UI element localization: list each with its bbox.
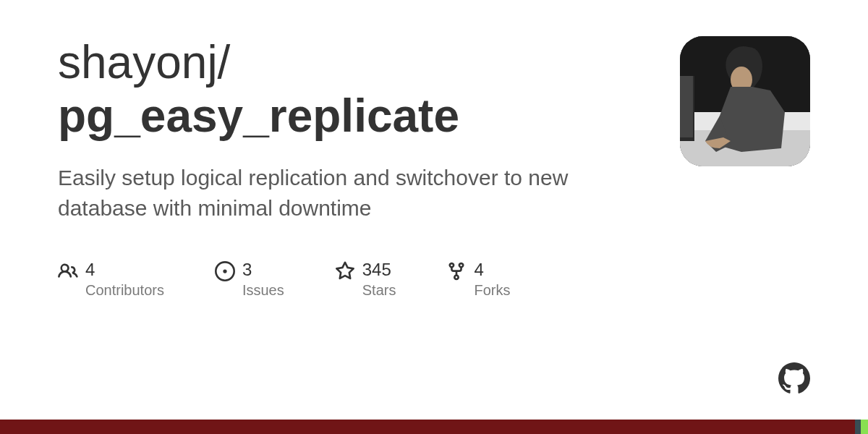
language-segment: [855, 420, 861, 434]
repo-card: shayonj/ pg_easy_replicate Easily setup …: [0, 0, 868, 299]
people-icon: [58, 261, 78, 281]
contributors-count: 4: [85, 260, 164, 281]
avatar[interactable]: [680, 36, 810, 166]
stars-label: Stars: [362, 282, 396, 299]
repo-title[interactable]: shayonj/ pg_easy_replicate: [58, 36, 637, 142]
stats-row: 4 Contributors 3 Issues 345: [58, 260, 637, 299]
github-logo-icon[interactable]: [778, 362, 810, 394]
fork-icon: [446, 261, 467, 281]
content-left: shayonj/ pg_easy_replicate Easily setup …: [58, 36, 637, 299]
stars-count: 345: [362, 260, 396, 281]
language-segment: [861, 420, 868, 434]
issues-count: 3: [242, 260, 284, 281]
stars-stat[interactable]: 345 Stars: [335, 260, 396, 299]
contributors-label: Contributors: [85, 282, 164, 299]
repo-owner[interactable]: shayonj/: [58, 36, 230, 88]
issues-label: Issues: [242, 282, 284, 299]
forks-stat[interactable]: 4 Forks: [446, 260, 510, 299]
language-segment: [0, 420, 855, 434]
repo-description: Easily setup logical replication and swi…: [58, 163, 637, 224]
repo-name[interactable]: pg_easy_replicate: [58, 90, 459, 142]
avatar-image: [680, 36, 810, 166]
forks-label: Forks: [474, 282, 510, 299]
svg-rect-5: [680, 76, 693, 137]
contributors-stat[interactable]: 4 Contributors: [58, 260, 164, 299]
star-icon: [335, 261, 355, 281]
issues-stat[interactable]: 3 Issues: [215, 260, 284, 299]
forks-count: 4: [474, 260, 510, 281]
language-bar: [0, 420, 868, 434]
issue-icon: [215, 261, 235, 281]
